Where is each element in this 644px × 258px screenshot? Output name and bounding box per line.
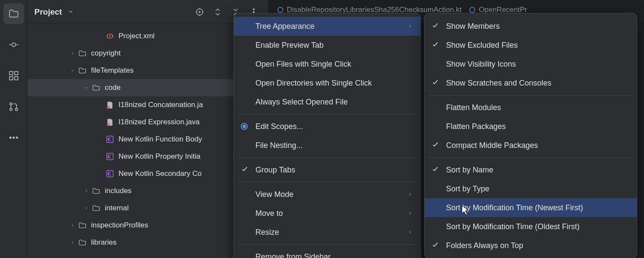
menu-item-label: Sort by Modification Time (Oldest First) xyxy=(446,222,580,231)
tree-item[interactable]: includes xyxy=(27,182,268,200)
radio-icon xyxy=(277,7,283,13)
structure-tool-button[interactable] xyxy=(3,65,24,86)
chevron-icon[interactable] xyxy=(82,188,90,194)
tree-item[interactable]: New Kotlin Property Initia xyxy=(27,148,268,165)
expand-all-icon xyxy=(213,7,222,17)
project-tool-button[interactable] xyxy=(3,3,24,24)
menu-item-label: Enable Preview Tab xyxy=(255,41,324,50)
chevron-right-icon xyxy=(407,228,413,237)
chevron-down-icon[interactable] xyxy=(68,7,74,17)
project-pane: Project Project.xmlcopyrightfileTemplate… xyxy=(27,0,268,258)
check-icon xyxy=(431,40,439,50)
menu-item[interactable]: Tree Appearance xyxy=(234,17,420,36)
more-tool-button[interactable] xyxy=(3,127,24,148)
tree-item[interactable]: copyright xyxy=(27,45,268,62)
menu-item-label: Show Visibility Icons xyxy=(446,60,516,69)
vcs-tool-button[interactable] xyxy=(3,96,24,117)
tree-item[interactable]: libraries xyxy=(27,234,268,251)
tree-item[interactable]: JI18nized Concatenation.ja xyxy=(27,96,268,114)
menu-item[interactable]: File Nesting... xyxy=(234,136,420,155)
tree-item[interactable]: Project.xml xyxy=(27,28,268,45)
tree-item-label: New Kotlin Property Initia xyxy=(118,152,200,161)
tree-item-label: New Kotlin Secondary Co xyxy=(118,169,202,178)
expand-all-button[interactable] xyxy=(210,5,225,19)
tree-item-label: New Kotlin Function Body xyxy=(118,135,202,144)
svg-point-8 xyxy=(9,137,11,138)
tree-item-label: inspectionProfiles xyxy=(91,221,148,230)
menu-item-label: File Nesting... xyxy=(255,141,303,150)
menu-item-label: Flatten Packages xyxy=(446,122,506,131)
menu-item[interactable]: Open Files with Single Click xyxy=(234,55,420,74)
menu-separator xyxy=(238,182,416,182)
radio-icon xyxy=(241,123,248,130)
menu-separator xyxy=(238,157,416,158)
menu-item-label: Group Tabs xyxy=(255,166,295,175)
svg-point-13 xyxy=(253,9,255,10)
menu-item-label: Show Members xyxy=(446,22,500,31)
chevron-icon[interactable] xyxy=(69,240,76,245)
menu-item[interactable]: Show Members xyxy=(425,17,637,36)
menu-item[interactable]: Show Scratches and Consoles xyxy=(425,74,637,92)
tree-item[interactable]: fileTemplates xyxy=(27,62,268,79)
tool-rail xyxy=(0,0,27,258)
tree-item[interactable]: JI18nized Expression.java xyxy=(27,114,268,131)
folder-icon xyxy=(91,186,101,196)
menu-item[interactable]: Edit Scopes... xyxy=(234,117,420,136)
tree-item-label: code xyxy=(105,83,121,92)
context-menu[interactable]: Tree AppearanceEnable Preview TabOpen Fi… xyxy=(234,13,421,258)
chevron-icon[interactable] xyxy=(69,51,76,56)
menu-item[interactable]: Flatten Packages xyxy=(425,117,637,136)
menu-item[interactable]: Enable Preview Tab xyxy=(234,36,420,55)
menu-item[interactable]: Show Excluded Files xyxy=(425,36,637,55)
menu-item[interactable]: Sort by Type xyxy=(425,179,637,198)
context-submenu[interactable]: Show MembersShow Excluded FilesShow Visi… xyxy=(424,13,637,258)
menu-item-label: View Mode xyxy=(255,190,294,199)
select-opened-file-button[interactable] xyxy=(192,5,207,19)
menu-item[interactable]: Remove from Sidebar xyxy=(234,247,420,258)
menu-item[interactable]: Open Directories with Single Click xyxy=(234,74,420,92)
kt-icon xyxy=(105,134,115,144)
svg-rect-4 xyxy=(15,77,18,80)
tree-item-label: I18nized Expression.java xyxy=(118,118,200,126)
chevron-icon[interactable] xyxy=(82,206,90,211)
menu-item[interactable]: Flatten Modules xyxy=(425,98,637,117)
menu-item[interactable]: Group Tabs xyxy=(234,160,420,179)
kt-icon xyxy=(105,169,115,179)
tree-item[interactable]: internal xyxy=(27,200,268,217)
project-title[interactable]: Project xyxy=(34,7,62,17)
menu-item-label: Resize xyxy=(255,228,279,237)
menu-item-label: Open Files with Single Click xyxy=(255,60,351,69)
svg-point-9 xyxy=(13,137,14,138)
check-icon xyxy=(431,165,439,175)
menu-item[interactable]: Always Select Opened File xyxy=(234,92,420,111)
chevron-icon[interactable] xyxy=(69,223,76,228)
folder-icon xyxy=(91,203,101,213)
menu-item[interactable]: Resize xyxy=(234,223,420,242)
tree-item[interactable]: code xyxy=(27,79,268,96)
commit-tool-button[interactable] xyxy=(3,34,24,55)
tree-item[interactable]: inspectionProfiles xyxy=(27,217,268,234)
menu-item[interactable]: Folders Always on Top xyxy=(425,236,637,255)
structure-icon xyxy=(8,70,19,81)
menu-item[interactable]: Show Visibility Icons xyxy=(425,55,637,74)
check-icon xyxy=(431,22,439,31)
tree-item-label: I18nized Concatenation.ja xyxy=(118,101,203,109)
menu-separator xyxy=(238,244,416,245)
menu-item-label: Open Directories with Single Click xyxy=(255,79,372,88)
chevron-right-icon xyxy=(407,209,413,218)
tree-item[interactable]: New Kotlin Secondary Co xyxy=(27,165,268,182)
project-tree[interactable]: Project.xmlcopyrightfileTemplatescodeJI1… xyxy=(27,24,268,251)
svg-point-7 xyxy=(15,108,17,111)
menu-item-label: Show Excluded Files xyxy=(446,41,518,50)
menu-item[interactable]: View Mode xyxy=(234,185,420,204)
chevron-icon[interactable] xyxy=(69,68,76,73)
menu-item[interactable]: Sort by Modification Time (Newest First) xyxy=(425,198,637,217)
chevron-icon[interactable] xyxy=(82,85,90,90)
tree-item[interactable]: New Kotlin Function Body xyxy=(27,131,268,148)
tree-item-label: copyright xyxy=(91,49,121,58)
menu-item[interactable]: Sort by Name xyxy=(425,160,637,179)
menu-item[interactable]: Move to xyxy=(234,204,420,223)
menu-item-label: Folders Always on Top xyxy=(446,241,523,250)
menu-item[interactable]: Compact Middle Packages xyxy=(425,136,637,155)
menu-item[interactable]: Sort by Modification Time (Oldest First) xyxy=(425,217,637,236)
